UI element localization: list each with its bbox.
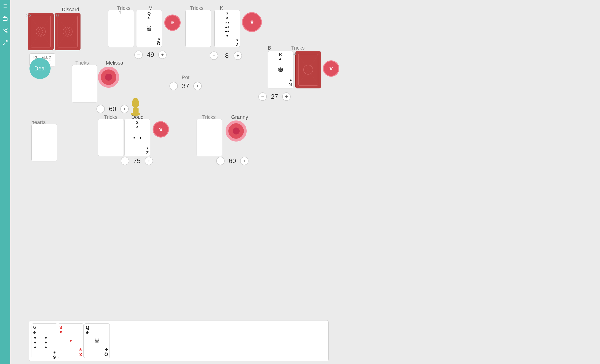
svg-rect-0 [3,18,7,21]
doug-pawn [129,98,142,117]
player-b-label: B [268,45,271,51]
pot-value: 37 [180,82,191,90]
k-play-card[interactable]: 7♠ ♠♠ ♠♠ ♠♠ ♠ 7♠ [214,10,240,47]
melissa-score-control: − 60 + [96,105,129,113]
granny-score-plus[interactable]: + [240,157,249,165]
deal-button[interactable]: Deal [29,58,51,79]
svg-line-5 [4,29,6,30]
doug-play-card[interactable]: 2♠ ♠ ♠ 2♠ [124,119,150,156]
svg-line-7 [3,43,5,45]
doug-tricks-card [98,119,124,156]
discard-count-2: 10 [54,13,59,18]
svg-rect-26 [133,108,139,114]
briefcase-icon[interactable] [2,15,9,21]
m-score-plus[interactable]: + [158,51,167,59]
k-tricks-card [185,10,211,47]
melissa-tricks-card [72,65,97,103]
pot-plus[interactable]: + [193,82,202,90]
hand-card-q-clubs[interactable]: Q♣ ♛ Q♣ [84,323,110,358]
hand-area: 6♠ ♠♠ ♠♠ ♠♠ 6♠ 3♥ ♥ 3♥ Q♣ ♛ Q♣ [29,320,328,361]
game-area: Discard 22 10 [10,0,600,364]
melissa-token [98,67,119,88]
menu-icon[interactable]: ☰ [2,3,9,9]
granny-tricks-card [197,119,222,156]
m-score-control: − 49 + [134,51,167,59]
granny-score-value: 60 [226,157,238,165]
doug-score-minus[interactable]: − [121,157,129,165]
b-score-minus[interactable]: − [258,93,267,101]
doug-score-value: 75 [131,157,143,165]
k-score-plus[interactable]: + [234,51,242,60]
svg-point-1 [6,28,7,29]
svg-line-4 [4,31,6,32]
b-token: ♛ [323,60,339,77]
doug-token: ♛ [153,121,169,138]
discard-pile-1[interactable] [28,13,54,50]
discard-label: Discard [62,7,79,13]
fullscreen-icon[interactable] [2,39,9,46]
doug-score-control: − 75 + [121,157,153,165]
granny-score-control: − 60 + [216,157,249,165]
k-score-minus[interactable]: − [210,51,218,60]
b-score-plus[interactable]: + [282,93,291,101]
b-score-control: − 27 + [258,93,291,101]
m-score-value: 49 [145,51,156,58]
svg-line-6 [6,40,7,42]
hand-card-3-hearts[interactable]: 3♥ ♥ 3♥ [58,323,84,358]
k-score-control: − -8 + [210,51,242,60]
svg-point-3 [6,31,7,33]
svg-point-2 [3,30,4,31]
melissa-score-plus[interactable]: + [120,105,129,113]
b-play-card[interactable]: K♠ ♚ K♠ [268,51,293,88]
hand-card-6-spades[interactable]: 6♠ ♠♠ ♠♠ ♠♠ 6♠ [32,323,57,358]
pot-label: Pot [169,75,202,81]
m-play-card[interactable]: Q♠ ♛ Q♠ [136,10,162,47]
m-score-minus[interactable]: − [134,51,143,59]
melissa-score-value: 60 [107,105,118,113]
k-token: ♛ [242,12,262,32]
pot-score-control: − 37 + [169,82,202,90]
k-score-value: -8 [220,52,232,59]
b-deck-count: 4 [293,51,296,56]
granny-token [225,121,247,141]
b-score-value: 27 [269,93,280,100]
discard-count-1: 22 [26,13,31,18]
player-granny-label: Granny [231,114,248,120]
b-tricks-card [295,51,321,88]
sidebar: ☰ [0,0,10,364]
m-tricks-card: 4 [108,10,134,47]
player-b-tricks-label: Tricks [291,45,305,51]
pot-container: Pot − 37 + [169,75,202,90]
granny-score-minus[interactable]: − [216,157,225,165]
player-melissa-label: Melissa [106,60,123,66]
melissa-score-minus[interactable]: − [96,105,105,113]
share-icon[interactable] [2,27,9,34]
pot-minus[interactable]: − [169,82,178,90]
doug-score-plus[interactable]: + [145,157,153,165]
hearts-card [31,124,57,161]
m-token: ♛ [164,15,181,31]
discard-pile-2[interactable] [55,13,81,50]
